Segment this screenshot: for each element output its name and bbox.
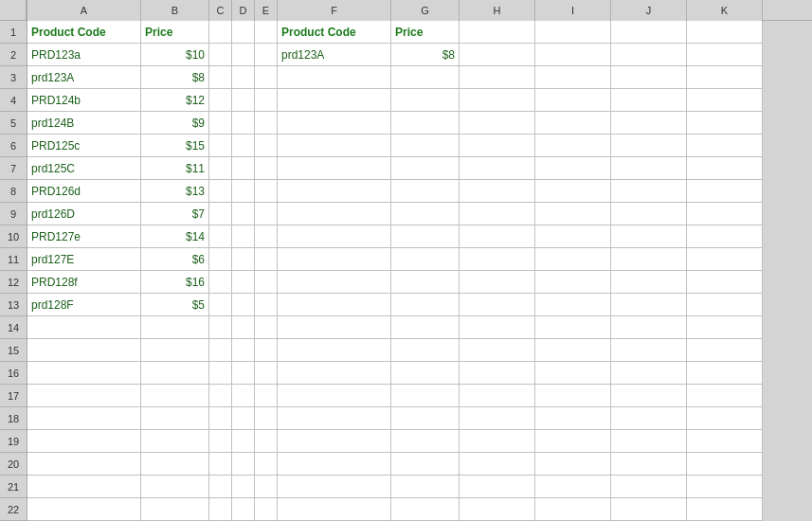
cell-A14[interactable] [27, 316, 141, 339]
empty-cell-C1[interactable] [209, 21, 232, 44]
cell-B2[interactable]: $10 [141, 44, 209, 66]
cell-J5[interactable] [611, 112, 687, 135]
cell-A13[interactable]: prd128F [27, 294, 141, 316]
cell-B21[interactable] [141, 476, 209, 498]
cell-D21[interactable] [232, 476, 255, 498]
cell-G20[interactable] [391, 453, 460, 476]
cell-K21[interactable] [687, 476, 763, 498]
cell-E20[interactable] [255, 453, 278, 476]
cell-B19[interactable] [141, 430, 209, 453]
cell-E16[interactable] [255, 362, 278, 385]
cell-J19[interactable] [611, 430, 687, 453]
cell-A4[interactable]: PRD124b [27, 89, 141, 112]
cell-E22[interactable] [255, 498, 278, 521]
cell-B7[interactable]: $11 [141, 157, 209, 180]
cell-B9[interactable]: $7 [141, 203, 209, 225]
cell-J20[interactable] [611, 453, 687, 476]
cell-B16[interactable] [141, 362, 209, 385]
cell-C17[interactable] [209, 385, 232, 407]
cell-C13[interactable] [209, 294, 232, 316]
header-cell-G1[interactable]: Price [391, 21, 460, 44]
cell-B11[interactable]: $6 [141, 248, 209, 271]
cell-C11[interactable] [209, 248, 232, 271]
cell-A18[interactable] [27, 407, 141, 430]
cell-C10[interactable] [209, 225, 232, 248]
cell-A22[interactable] [27, 498, 141, 521]
cell-B12[interactable]: $16 [141, 271, 209, 294]
cell-F4[interactable] [278, 89, 391, 112]
cell-H22[interactable] [460, 498, 535, 521]
cell-J21[interactable] [611, 476, 687, 498]
cell-H18[interactable] [460, 407, 535, 430]
cell-B20[interactable] [141, 453, 209, 476]
cell-G9[interactable] [391, 203, 460, 225]
cell-D10[interactable] [232, 225, 255, 248]
cell-B5[interactable]: $9 [141, 112, 209, 135]
cell-F18[interactable] [278, 407, 391, 430]
cell-F2[interactable]: prd123A [278, 44, 391, 66]
cell-B8[interactable]: $13 [141, 180, 209, 203]
cell-D16[interactable] [232, 362, 255, 385]
empty-cell-D1[interactable] [232, 21, 255, 44]
cell-I7[interactable] [535, 157, 611, 180]
cell-I2[interactable] [535, 44, 611, 66]
cell-C8[interactable] [209, 180, 232, 203]
cell-G5[interactable] [391, 112, 460, 135]
cell-I19[interactable] [535, 430, 611, 453]
cell-B10[interactable]: $14 [141, 225, 209, 248]
cell-H10[interactable] [460, 225, 535, 248]
cell-F10[interactable] [278, 225, 391, 248]
cell-H9[interactable] [460, 203, 535, 225]
cell-J14[interactable] [611, 316, 687, 339]
cell-J4[interactable] [611, 89, 687, 112]
cell-H15[interactable] [460, 339, 535, 362]
cell-E4[interactable] [255, 89, 278, 112]
cell-J13[interactable] [611, 294, 687, 316]
cell-J11[interactable] [611, 248, 687, 271]
cell-E14[interactable] [255, 316, 278, 339]
cell-C19[interactable] [209, 430, 232, 453]
cell-I8[interactable] [535, 180, 611, 203]
cell-H6[interactable] [460, 135, 535, 157]
cell-K19[interactable] [687, 430, 763, 453]
cell-G7[interactable] [391, 157, 460, 180]
cell-K4[interactable] [687, 89, 763, 112]
cell-I11[interactable] [535, 248, 611, 271]
cell-B17[interactable] [141, 385, 209, 407]
cell-C3[interactable] [209, 66, 232, 89]
cell-F17[interactable] [278, 385, 391, 407]
cell-A9[interactable]: prd126D [27, 203, 141, 225]
cell-E9[interactable] [255, 203, 278, 225]
cell-C15[interactable] [209, 339, 232, 362]
cell-C14[interactable] [209, 316, 232, 339]
cell-G13[interactable] [391, 294, 460, 316]
cell-K9[interactable] [687, 203, 763, 225]
empty-cell-J1[interactable] [611, 21, 687, 44]
cell-J10[interactable] [611, 225, 687, 248]
cell-D22[interactable] [232, 498, 255, 521]
cell-C4[interactable] [209, 89, 232, 112]
cell-A2[interactable]: PRD123a [27, 44, 141, 66]
cell-E5[interactable] [255, 112, 278, 135]
cell-K2[interactable] [687, 44, 763, 66]
cell-H2[interactable] [460, 44, 535, 66]
cell-I18[interactable] [535, 407, 611, 430]
cell-D2[interactable] [232, 44, 255, 66]
cell-C18[interactable] [209, 407, 232, 430]
cell-A10[interactable]: PRD127e [27, 225, 141, 248]
cell-G18[interactable] [391, 407, 460, 430]
cell-E3[interactable] [255, 66, 278, 89]
cell-E17[interactable] [255, 385, 278, 407]
cell-K13[interactable] [687, 294, 763, 316]
cell-D6[interactable] [232, 135, 255, 157]
cell-E13[interactable] [255, 294, 278, 316]
cell-F5[interactable] [278, 112, 391, 135]
cell-K10[interactable] [687, 225, 763, 248]
empty-cell-I1[interactable] [535, 21, 611, 44]
cell-J22[interactable] [611, 498, 687, 521]
cell-K17[interactable] [687, 385, 763, 407]
cell-A21[interactable] [27, 476, 141, 498]
cell-C9[interactable] [209, 203, 232, 225]
cell-A7[interactable]: prd125C [27, 157, 141, 180]
cell-C22[interactable] [209, 498, 232, 521]
